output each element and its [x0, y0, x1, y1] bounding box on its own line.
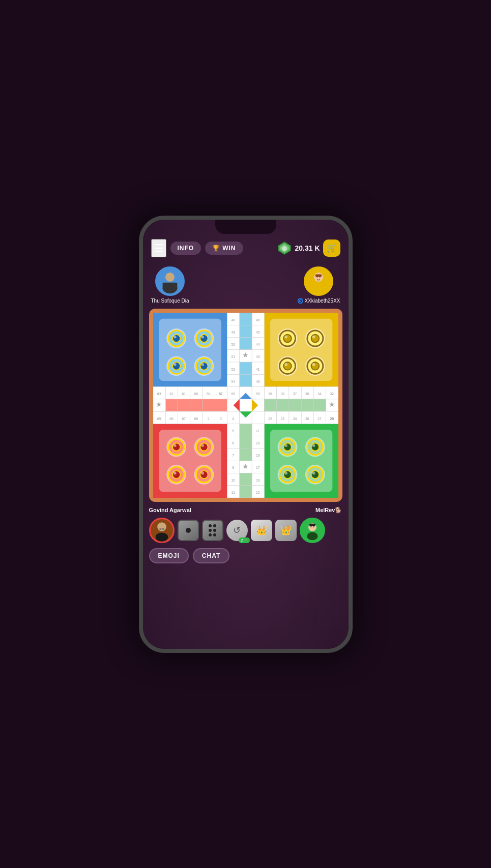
svg-text:3: 3 [220, 416, 222, 420]
svg-rect-131 [178, 399, 190, 411]
svg-point-48 [312, 363, 315, 366]
ludo-board: 48 46 49 45 50 44 51 [153, 313, 338, 498]
board-container: 48 46 49 45 50 44 51 [143, 308, 349, 503]
svg-text:★: ★ [242, 462, 249, 470]
svg-rect-94 [239, 325, 251, 337]
phone-screen: ☰ INFO 🏆 WIN 20.31 K 🛒 [143, 220, 349, 649]
svg-text:9: 9 [232, 465, 234, 469]
svg-point-25 [172, 362, 180, 370]
svg-point-39 [311, 334, 319, 342]
svg-point-236 [155, 532, 168, 542]
emoji-button[interactable]: EMOJI [149, 548, 189, 563]
svg-point-40 [312, 335, 315, 338]
svg-rect-11 [315, 274, 322, 276]
avatar-top-right [304, 266, 333, 296]
gem-icon [277, 241, 292, 255]
svg-point-245 [307, 532, 317, 540]
svg-text:20: 20 [256, 441, 260, 445]
svg-rect-216 [239, 485, 251, 497]
svg-text:66: 66 [169, 416, 174, 420]
svg-point-66 [201, 471, 204, 474]
bottom-players-row: Govind Agarwal MelRev🐕 [149, 507, 342, 514]
crown-button-2[interactable]: 👑 [275, 520, 297, 541]
svg-point-44 [284, 363, 287, 366]
svg-rect-6 [163, 282, 178, 289]
svg-point-26 [173, 363, 176, 366]
win-button[interactable]: 🏆 WIN [205, 242, 243, 255]
svg-point-47 [311, 362, 319, 370]
svg-text:7: 7 [232, 454, 234, 457]
svg-point-235 [157, 522, 166, 531]
svg-point-238 [162, 528, 164, 530]
info-button[interactable]: INFO [170, 242, 201, 255]
avatar-top-left [155, 266, 185, 296]
svg-text:38: 38 [268, 392, 272, 396]
svg-text:29: 29 [330, 416, 334, 420]
svg-text:32: 32 [330, 392, 334, 396]
crown-button-1[interactable]: 👑 [251, 520, 272, 541]
crown-badge-top-right: 🌀 [297, 298, 303, 304]
cart-icon: 🛒 [327, 243, 337, 253]
svg-point-84 [312, 471, 315, 474]
svg-point-83 [311, 470, 319, 478]
svg-point-17 [172, 334, 180, 342]
bottom-section: Govind Agarwal MelRev🐕 [143, 503, 349, 565]
svg-text:4: 4 [232, 416, 234, 420]
svg-rect-170 [276, 399, 288, 411]
svg-point-21 [200, 334, 208, 342]
svg-rect-169 [264, 399, 276, 411]
svg-text:5: 5 [232, 429, 234, 432]
svg-point-65 [200, 470, 208, 478]
svg-text:38: 38 [280, 392, 284, 396]
svg-text:★: ★ [242, 351, 249, 359]
svg-text:26: 26 [305, 416, 309, 420]
chat-button[interactable]: CHAT [193, 548, 229, 563]
dice-single-button[interactable] [178, 520, 199, 541]
svg-rect-97 [239, 337, 251, 349]
svg-rect-50 [159, 430, 221, 492]
svg-point-18 [173, 335, 176, 338]
svg-point-54 [173, 444, 176, 447]
svg-rect-93 [239, 313, 251, 325]
svg-rect-195 [239, 436, 251, 448]
menu-button[interactable]: ☰ [151, 239, 166, 257]
svg-text:55: 55 [231, 392, 235, 396]
currency-amount: 20.31 K [295, 244, 320, 252]
svg-text:44: 44 [256, 343, 260, 346]
svg-text:53: 53 [231, 367, 235, 371]
svg-text:48: 48 [231, 318, 235, 321]
svg-text:43: 43 [256, 355, 260, 358]
svg-text:24: 24 [293, 416, 297, 420]
svg-rect-130 [165, 399, 178, 411]
svg-point-75 [311, 443, 319, 451]
svg-point-29 [200, 362, 208, 370]
svg-text:37: 37 [293, 392, 297, 396]
action-buttons: EMOJI CHAT [149, 548, 342, 563]
cart-button[interactable]: 🛒 [323, 240, 340, 257]
svg-point-237 [159, 528, 161, 530]
svg-point-80 [284, 471, 287, 474]
svg-point-57 [200, 443, 208, 451]
bottom-player-name-right: MelRev🐕 [315, 507, 342, 514]
svg-point-22 [201, 335, 204, 338]
svg-rect-133 [203, 399, 215, 411]
svg-text:40: 40 [256, 379, 260, 383]
svg-text:63: 63 [157, 392, 161, 396]
svg-text:50: 50 [231, 343, 235, 346]
controls-row: ↺ 2 👑 👑 [149, 518, 342, 543]
svg-text:55: 55 [256, 392, 260, 396]
svg-text:57: 57 [219, 392, 223, 396]
svg-text:11: 11 [231, 491, 235, 494]
svg-text:19: 19 [256, 454, 260, 457]
svg-rect-134 [215, 399, 227, 411]
svg-point-4 [165, 272, 175, 281]
undo-button[interactable]: ↺ 2 [226, 520, 248, 541]
svg-rect-190 [239, 424, 251, 436]
svg-point-53 [172, 443, 180, 451]
dice-multi-button[interactable] [202, 520, 223, 541]
svg-rect-200 [239, 448, 251, 460]
svg-rect-171 [288, 399, 301, 411]
player-top-right: 🌀 XXkiabeth25XX [297, 266, 340, 304]
svg-rect-113 [239, 374, 251, 386]
player-name-top-right: 🌀 XXkiabeth25XX [297, 298, 340, 304]
